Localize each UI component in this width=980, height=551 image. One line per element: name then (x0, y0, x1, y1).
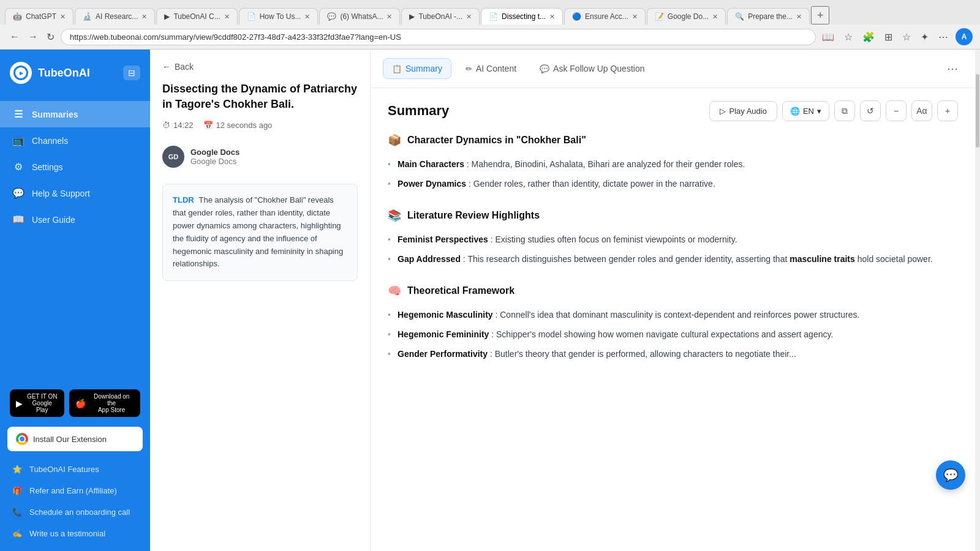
testimonial-label: Write us a testimonial (29, 529, 105, 538)
section-3-header: 🧠 Theoretical Framework (388, 284, 958, 298)
tab-ai-content[interactable]: ✏ AI Content (456, 58, 526, 79)
tab-tubeonai-c[interactable]: ▶ TubeOnAI C... ✕ (156, 8, 237, 24)
split-view-btn[interactable]: ⊞ (882, 29, 895, 45)
refresh-btn[interactable]: ↻ (44, 29, 57, 45)
scrollbar-thumb[interactable] (976, 74, 979, 148)
language-btn[interactable]: 🌐 EN ▾ (782, 101, 829, 121)
timestamp-meta: 📅 12 seconds ago (203, 121, 273, 130)
features-label: TubeOnAI Features (29, 465, 99, 474)
forward-browser-btn[interactable]: → (26, 29, 40, 45)
bullet-label: Main Characters (398, 159, 464, 169)
sidebar-affiliate[interactable]: 🎁 Refer and Earn (Affiliate) (0, 480, 150, 501)
tab-dissecting[interactable]: 📄 Dissecting t... ✕ (481, 8, 563, 24)
browser-chrome: 🤖 ChatGPT ✕ 🔬 AI Researc... ✕ ▶ TubeOnAI… (0, 0, 980, 50)
google-play-icon: ▶ (16, 399, 23, 408)
menu-btn[interactable]: ⋯ (936, 29, 951, 45)
sidebar-item-help[interactable]: 💬 Help & Support (0, 180, 150, 206)
tab-google-docs[interactable]: 📝 Google Do... ✕ (647, 8, 726, 24)
tab-whatsapp[interactable]: 💬 (6) WhatsA... ✕ (319, 8, 400, 24)
bullet-text: : Schipper's model showing how women nav… (491, 329, 833, 339)
tab-chatgpt[interactable]: 🤖 ChatGPT ✕ (5, 8, 74, 24)
chrome-icon (16, 433, 28, 445)
profile-avatar[interactable]: A (956, 28, 973, 45)
tab-summary[interactable]: 📋 Summary (383, 58, 451, 79)
bullet-label: Hegemonic Masculinity (398, 310, 493, 320)
text-size-btn[interactable]: Aα (911, 100, 932, 121)
tab-bar: 🤖 ChatGPT ✕ 🔬 AI Researc... ✕ ▶ TubeOnAI… (0, 0, 980, 24)
bullet-text: : Mahendra, Binodini, Ashalata, Bihari a… (467, 159, 745, 169)
sidebar-collapse-btn[interactable]: ⊟ (123, 66, 140, 80)
text-size-icon: Aα (916, 106, 927, 116)
userguide-icon: 📖 (12, 214, 24, 225)
followup-tab-label: Ask Follow Up Question (553, 64, 644, 73)
back-label: Back (175, 62, 194, 72)
new-tab-button[interactable]: + (811, 6, 830, 24)
tab-prepare[interactable]: 🔍 Prepare the... ✕ (727, 8, 810, 24)
tab-ai-research[interactable]: 🔬 AI Researc... ✕ (75, 8, 155, 24)
source-avatar: GD (162, 146, 184, 168)
tab-tubeonai-2[interactable]: ▶ TubeOnAI -... ✕ (401, 8, 480, 24)
clock-icon: ⏱ (162, 121, 170, 130)
logo-circle (13, 66, 28, 80)
sidebar-nav: ☰ Summaries 📺 Channels ⚙ Settings 💬 Help… (0, 96, 150, 382)
section-1-emoji: 📦 (388, 133, 401, 147)
plus-btn[interactable]: + (937, 100, 958, 121)
right-panel: 📋 Summary ✏ AI Content 💬 Ask Follow Up Q… (371, 50, 975, 551)
duration-text: 14:22 (173, 121, 194, 130)
chevron-down-icon: ▾ (817, 107, 821, 116)
section-1-header: 📦 Character Dynamics in "Chokher Bali" (388, 133, 958, 147)
chat-fab-button[interactable]: 💬 (936, 460, 965, 490)
copy-btn[interactable]: ⧉ (834, 100, 855, 121)
sidebar-item-channels[interactable]: 📺 Channels (0, 127, 150, 154)
back-arrow-icon: ← (162, 62, 171, 72)
read-aloud-btn[interactable]: 📖 (820, 29, 837, 45)
bullet-gender-perform: Gender Performativity : Butler's theory … (388, 344, 958, 364)
lang-label: EN (803, 107, 814, 116)
tab-ensure[interactable]: 🔵 Ensure Acc... ✕ (564, 8, 646, 24)
app-wrapper: TubeOnAI ⊟ ☰ Summaries 📺 Channels ⚙ Sett… (0, 50, 980, 551)
extensions-btn[interactable]: 🧩 (860, 29, 877, 45)
back-button[interactable]: ← Back (162, 62, 194, 72)
section-3-bullets: Hegemonic Masculinity : Connell's idea t… (388, 305, 958, 364)
source-sub: Google Docs (190, 157, 239, 166)
copilot-btn[interactable]: ✦ (918, 29, 931, 45)
scrollbar[interactable] (975, 50, 980, 551)
extension-label: Install Our Extension (33, 435, 107, 444)
bullet-label: Feminist Perspectives (398, 234, 488, 244)
sidebar-bottom: ⭐ TubeOnAI Features 🎁 Refer and Earn (Af… (0, 454, 150, 551)
app-store-btn[interactable]: 🍎 Download on theApp Store (69, 389, 140, 417)
left-panel: ← Back Dissecting the Dynamic of Patriar… (150, 50, 371, 551)
main-content: ← Back Dissecting the Dynamic of Patriar… (150, 50, 980, 551)
sidebar-testimonial[interactable]: ✍ Write us a testimonial (0, 523, 150, 544)
tab-ask-followup[interactable]: 💬 Ask Follow Up Question (530, 58, 654, 79)
panel-tabs: 📋 Summary ✏ AI Content 💬 Ask Follow Up Q… (371, 50, 975, 88)
plus-icon: + (945, 106, 950, 116)
sidebar-item-userguide[interactable]: 📖 User Guide (0, 206, 150, 233)
tab-how-to-use[interactable]: 📄 How To Us... ✕ (239, 8, 318, 24)
sidebar-item-settings[interactable]: ⚙ Settings (0, 154, 150, 180)
sidebar-onboarding[interactable]: 📞 Schedule an onboarding call (0, 501, 150, 523)
testimonial-icon: ✍ (12, 529, 22, 538)
app-store-label: Download on theApp Store (89, 393, 134, 413)
google-play-btn[interactable]: ▶ GET IT ONGoogle Play (10, 389, 64, 417)
install-extension-btn[interactable]: Install Our Extension (7, 427, 143, 451)
affiliate-icon: 🎁 (12, 486, 22, 495)
section-theoretical-framework: 🧠 Theoretical Framework Hegemonic Mascul… (388, 284, 958, 364)
refresh-summary-btn[interactable]: ↺ (860, 100, 881, 121)
minus-btn[interactable]: − (886, 100, 907, 121)
ai-content-tab-label: AI Content (476, 64, 516, 73)
channels-icon: 📺 (12, 135, 24, 146)
play-audio-btn[interactable]: ▷ Play Audio (709, 101, 777, 121)
section-2-title: Literature Review Highlights (407, 210, 540, 221)
more-tabs-btn[interactable]: ⋯ (942, 59, 963, 78)
sidebar-logo-area: TubeOnAI ⊟ (0, 50, 150, 96)
sidebar-features[interactable]: ⭐ TubeOnAI Features (0, 459, 150, 480)
sidebar-item-label: User Guide (32, 215, 75, 225)
duration-meta: ⏱ 14:22 (162, 121, 194, 130)
sidebar-item-summaries[interactable]: ☰ Summaries (0, 101, 150, 127)
back-browser-btn[interactable]: ← (7, 29, 22, 45)
favorites-btn[interactable]: ☆ (842, 29, 855, 45)
sidebar-item-label: Help & Support (32, 189, 90, 198)
address-bar[interactable]: https://web.tubeonai.com/summary/view/9c… (61, 29, 816, 45)
favorites-bar-btn[interactable]: ☆ (900, 29, 913, 45)
